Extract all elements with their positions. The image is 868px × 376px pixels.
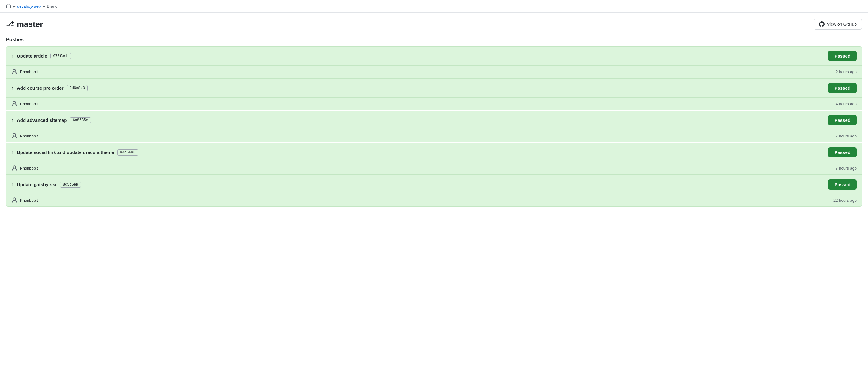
push-author[interactable]: Phonbopit — [20, 166, 38, 170]
push-arrow-icon: ↑ — [11, 150, 14, 155]
push-commit-message[interactable]: Update gatsby-ssr — [17, 182, 57, 187]
view-on-github-button[interactable]: View on GitHub — [814, 19, 862, 30]
push-timestamp: 7 hours ago — [836, 134, 857, 138]
push-author[interactable]: Phonbopit — [20, 198, 38, 203]
passed-badge[interactable]: Passed — [828, 115, 857, 125]
push-title: ↑ Add advanced sitemap 6a8635c — [11, 117, 91, 123]
push-title: ↑ Update article 670feeb — [11, 53, 71, 59]
push-timestamp-container: 7 hours ago — [836, 134, 857, 138]
pushes-list: ↑ Update article 670feeb Passed Phonbopi… — [0, 46, 868, 207]
passed-badge[interactable]: Passed — [828, 147, 857, 157]
push-info-row: Phonbopit 2 hours ago — [6, 65, 862, 78]
push-item: ↑ Update social link and update dracula … — [6, 143, 862, 175]
commit-hash[interactable]: 0d6e8a3 — [67, 85, 88, 91]
branch-name: master — [17, 20, 43, 29]
push-timestamp: 4 hours ago — [836, 102, 857, 106]
push-info-row: Phonbopit 7 hours ago — [6, 162, 862, 174]
breadcrumb-repo-link[interactable]: devahoy-web — [17, 4, 41, 8]
commit-hash[interactable]: 6a8635c — [70, 117, 91, 123]
push-info-row: Phonbopit 4 hours ago — [6, 98, 862, 110]
push-commit-message[interactable]: Add course pre order — [17, 86, 64, 91]
home-icon[interactable] — [6, 4, 11, 8]
push-title: ↑ Update social link and update dracula … — [11, 149, 138, 156]
push-arrow-icon: ↑ — [11, 53, 14, 59]
push-meta: Phonbopit — [11, 133, 38, 139]
user-avatar-icon — [11, 101, 18, 107]
branch-icon: ⎇ — [6, 20, 14, 28]
push-arrow-icon: ↑ — [11, 182, 14, 187]
breadcrumb-separator-2: ▶ — [42, 4, 45, 8]
passed-badge[interactable]: Passed — [828, 83, 857, 93]
push-meta: Phonbopit — [11, 165, 38, 171]
push-author[interactable]: Phonbopit — [20, 69, 38, 74]
push-item: ↑ Add course pre order 0d6e8a3 Passed Ph… — [6, 79, 862, 110]
view-on-github-label: View on GitHub — [827, 22, 857, 27]
push-title-row: ↑ Add course pre order 0d6e8a3 Passed — [6, 79, 862, 98]
push-arrow-icon: ↑ — [11, 118, 14, 123]
push-timestamp-container: 4 hours ago — [836, 102, 857, 106]
push-info-row: Phonbopit 22 hours ago — [6, 194, 862, 207]
passed-badge[interactable]: Passed — [828, 180, 857, 190]
commit-hash[interactable]: ada5aa6 — [117, 149, 138, 156]
user-avatar-icon — [11, 197, 18, 203]
push-title: ↑ Update gatsby-ssr 8c5c5eb — [11, 182, 81, 188]
push-title: ↑ Add course pre order 0d6e8a3 — [11, 85, 88, 91]
push-timestamp-container: 7 hours ago — [836, 166, 857, 170]
breadcrumb: ▶ devahoy-web ▶ Branch: — [0, 0, 868, 12]
push-item: ↑ Add advanced sitemap 6a8635c Passed Ph… — [6, 111, 862, 143]
push-title-row: ↑ Update social link and update dracula … — [6, 143, 862, 162]
push-title-row: ↑ Add advanced sitemap 6a8635c Passed — [6, 111, 862, 130]
push-arrow-icon: ↑ — [11, 86, 14, 91]
push-meta: Phonbopit — [11, 69, 38, 75]
user-avatar-icon — [11, 165, 18, 171]
push-meta: Phonbopit — [11, 101, 38, 107]
breadcrumb-branch-label: Branch: — [47, 4, 61, 8]
push-commit-message[interactable]: Add advanced sitemap — [17, 118, 67, 123]
user-avatar-icon — [11, 69, 18, 75]
push-author[interactable]: Phonbopit — [20, 134, 38, 138]
push-timestamp: 2 hours ago — [836, 69, 857, 74]
commit-hash[interactable]: 8c5c5eb — [60, 182, 81, 188]
push-item: ↑ Update gatsby-ssr 8c5c5eb Passed Phonb… — [6, 175, 862, 207]
push-author[interactable]: Phonbopit — [20, 102, 38, 106]
page-header: ⎇ master View on GitHub — [0, 12, 868, 35]
push-item: ↑ Update article 670feeb Passed Phonbopi… — [6, 46, 862, 78]
push-commit-message[interactable]: Update social link and update dracula th… — [17, 150, 114, 155]
branch-title-container: ⎇ master — [6, 20, 43, 29]
pushes-section-title: Pushes — [0, 35, 868, 46]
commit-hash[interactable]: 670feeb — [50, 53, 71, 59]
push-timestamp: 7 hours ago — [836, 166, 857, 170]
push-timestamp-container: 2 hours ago — [836, 69, 857, 74]
user-avatar-icon — [11, 133, 18, 139]
push-meta: Phonbopit — [11, 197, 38, 203]
push-timestamp-container: 22 hours ago — [833, 198, 857, 203]
push-info-row: Phonbopit 7 hours ago — [6, 130, 862, 142]
breadcrumb-separator-1: ▶ — [13, 4, 15, 8]
push-title-row: ↑ Update gatsby-ssr 8c5c5eb Passed — [6, 175, 862, 194]
push-title-row: ↑ Update article 670feeb Passed — [6, 46, 862, 65]
push-timestamp: 22 hours ago — [833, 198, 857, 203]
passed-badge[interactable]: Passed — [828, 51, 857, 61]
github-icon — [819, 22, 825, 27]
push-commit-message[interactable]: Update article — [17, 53, 47, 59]
